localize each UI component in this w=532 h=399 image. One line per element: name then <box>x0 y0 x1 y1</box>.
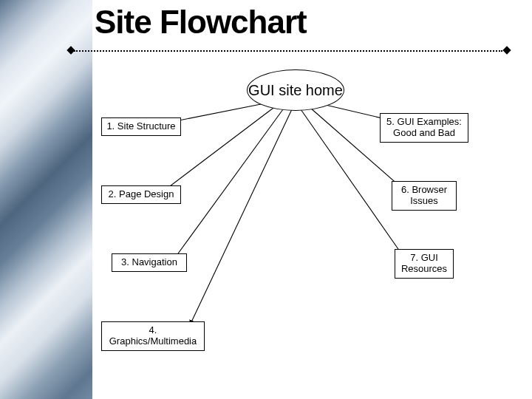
node-graphics-multimedia: 4. Graphics/Multimedia <box>101 321 205 351</box>
svg-line-2 <box>174 109 283 259</box>
svg-line-0 <box>168 103 265 123</box>
flowchart-canvas: GUI site home 1. Site Structure 2. Page … <box>0 0 532 399</box>
node-browser-issues: 6. Browser Issues <box>392 181 457 211</box>
hub-label: GUI site home <box>248 82 343 98</box>
node-page-design: 2. Page Design <box>101 185 181 204</box>
node-gui-resources: 7. GUI Resources <box>395 249 454 279</box>
node-site-structure: 1. Site Structure <box>101 117 181 136</box>
hub-node: GUI site home <box>247 69 344 111</box>
svg-line-3 <box>190 109 292 325</box>
node-gui-examples: 5. GUI Examples: Good and Bad <box>380 113 468 143</box>
node-navigation: 3. Navigation <box>112 253 187 272</box>
